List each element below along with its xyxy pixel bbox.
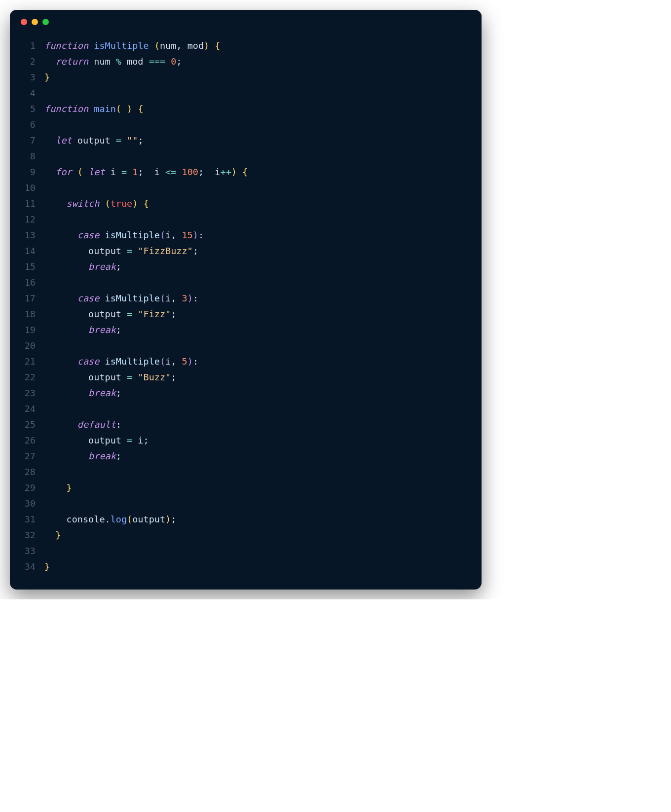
- code-line: 32 }: [19, 527, 470, 543]
- line-number: 25: [19, 417, 44, 433]
- line-number: 12: [19, 212, 44, 227]
- code-line: 3}: [19, 70, 470, 85]
- line-number: 31: [19, 512, 44, 527]
- line-number: 24: [19, 401, 44, 417]
- line-number: 33: [19, 543, 44, 559]
- line-content: case isMultiple(i, 3):: [44, 291, 470, 306]
- line-content: output = "Fizz";: [44, 306, 470, 322]
- code-line: 5function main( ) {: [19, 101, 470, 117]
- code-line: 29 }: [19, 480, 470, 496]
- code-line: 12: [19, 212, 470, 227]
- code-line: 11 switch (true) {: [19, 196, 470, 212]
- line-number: 15: [19, 259, 44, 275]
- line-number: 20: [19, 338, 44, 354]
- code-line: 31 console.log(output);: [19, 512, 470, 527]
- code-window: 1function isMultiple (num, mod) {2 retur…: [10, 10, 482, 590]
- code-line: 22 output = "Buzz";: [19, 369, 470, 385]
- code-line: 7 let output = "";: [19, 133, 470, 148]
- line-content: case isMultiple(i, 5):: [44, 354, 470, 369]
- line-content: for ( let i = 1; i <= 100; i++) {: [44, 164, 470, 180]
- code-line: 34}: [19, 559, 470, 575]
- code-line: 16: [19, 275, 470, 291]
- line-content: let output = "";: [44, 133, 470, 148]
- line-content: [44, 275, 470, 291]
- line-number: 32: [19, 527, 44, 543]
- code-line: 4: [19, 85, 470, 101]
- line-number: 21: [19, 354, 44, 369]
- line-number: 3: [19, 70, 44, 85]
- line-number: 23: [19, 385, 44, 401]
- line-content: [44, 148, 470, 164]
- code-line: 10: [19, 180, 470, 196]
- code-editor: 1function isMultiple (num, mod) {2 retur…: [10, 28, 482, 590]
- line-content: default:: [44, 417, 470, 433]
- code-line: 33: [19, 543, 470, 559]
- line-content: [44, 401, 470, 417]
- code-line: 30: [19, 496, 470, 512]
- code-line: 8: [19, 148, 470, 164]
- minimize-icon[interactable]: [32, 19, 38, 25]
- line-number: 8: [19, 148, 44, 164]
- line-content: [44, 496, 470, 512]
- code-line: 23 break;: [19, 385, 470, 401]
- line-number: 2: [19, 54, 44, 70]
- close-icon[interactable]: [21, 19, 27, 25]
- code-line: 9 for ( let i = 1; i <= 100; i++) {: [19, 164, 470, 180]
- line-number: 16: [19, 275, 44, 291]
- line-content: break;: [44, 385, 470, 401]
- line-content: }: [44, 70, 470, 85]
- code-line: 25 default:: [19, 417, 470, 433]
- line-content: break;: [44, 259, 470, 275]
- code-line: 1function isMultiple (num, mod) {: [19, 38, 470, 54]
- line-content: [44, 464, 470, 480]
- line-number: 34: [19, 559, 44, 575]
- line-content: output = i;: [44, 433, 470, 448]
- line-content: output = "Buzz";: [44, 369, 470, 385]
- line-content: break;: [44, 448, 470, 464]
- line-content: function main( ) {: [44, 101, 470, 117]
- line-content: [44, 180, 470, 196]
- line-content: case isMultiple(i, 15):: [44, 227, 470, 243]
- code-line: 15 break;: [19, 259, 470, 275]
- line-number: 9: [19, 164, 44, 180]
- line-content: switch (true) {: [44, 196, 470, 212]
- line-number: 1: [19, 38, 44, 54]
- line-number: 7: [19, 133, 44, 148]
- code-line: 24: [19, 401, 470, 417]
- line-content: break;: [44, 322, 470, 338]
- line-number: 5: [19, 101, 44, 117]
- line-content: }: [44, 480, 470, 496]
- code-line: 13 case isMultiple(i, 15):: [19, 227, 470, 243]
- code-line: 28: [19, 464, 470, 480]
- code-line: 18 output = "Fizz";: [19, 306, 470, 322]
- line-number: 19: [19, 322, 44, 338]
- line-content: [44, 338, 470, 354]
- line-number: 10: [19, 180, 44, 196]
- line-content: function isMultiple (num, mod) {: [44, 38, 470, 54]
- zoom-icon[interactable]: [42, 19, 49, 25]
- line-content: [44, 85, 470, 101]
- code-line: 2 return num % mod === 0;: [19, 54, 470, 70]
- line-number: 4: [19, 85, 44, 101]
- code-line: 21 case isMultiple(i, 5):: [19, 354, 470, 369]
- code-line: 27 break;: [19, 448, 470, 464]
- line-content: output = "FizzBuzz";: [44, 243, 470, 259]
- code-line: 19 break;: [19, 322, 470, 338]
- code-line: 20: [19, 338, 470, 354]
- code-line: 14 output = "FizzBuzz";: [19, 243, 470, 259]
- window-titlebar: [10, 10, 482, 28]
- line-content: }: [44, 527, 470, 543]
- line-number: 30: [19, 496, 44, 512]
- code-line: 6: [19, 117, 470, 133]
- line-number: 18: [19, 306, 44, 322]
- line-number: 11: [19, 196, 44, 212]
- line-number: 29: [19, 480, 44, 496]
- line-content: console.log(output);: [44, 512, 470, 527]
- line-content: }: [44, 559, 470, 575]
- line-number: 27: [19, 448, 44, 464]
- line-number: 13: [19, 227, 44, 243]
- code-line: 17 case isMultiple(i, 3):: [19, 291, 470, 306]
- line-number: 14: [19, 243, 44, 259]
- line-content: [44, 212, 470, 227]
- line-number: 17: [19, 291, 44, 306]
